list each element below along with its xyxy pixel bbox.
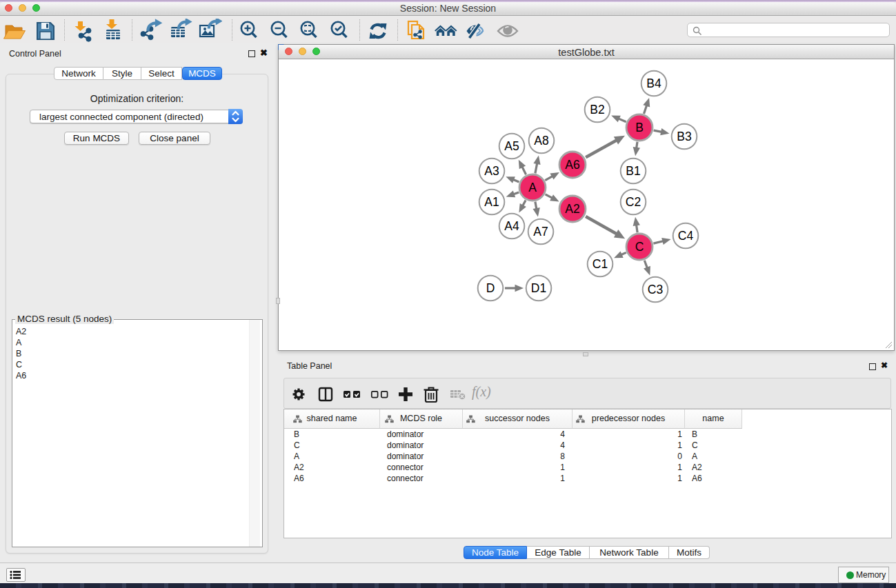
svg-text:C2: C2: [626, 195, 641, 209]
svg-text:D: D: [486, 281, 495, 295]
svg-text:B2: B2: [590, 103, 604, 116]
svg-text:C3: C3: [648, 283, 663, 296]
svg-text:B4: B4: [646, 77, 661, 90]
svg-text:B3: B3: [677, 130, 691, 143]
svg-text:A5: A5: [504, 139, 519, 153]
svg-text:B1: B1: [626, 164, 640, 178]
svg-text:C: C: [635, 240, 644, 254]
svg-text:A: A: [528, 181, 537, 194]
svg-text:B: B: [635, 121, 644, 134]
svg-text:D1: D1: [531, 281, 546, 295]
svg-text:A3: A3: [484, 164, 499, 178]
svg-text:A4: A4: [504, 219, 519, 233]
svg-text:A6: A6: [565, 158, 579, 172]
svg-text:A1: A1: [484, 195, 499, 209]
svg-text:A8: A8: [534, 134, 548, 148]
svg-text:C1: C1: [593, 257, 608, 271]
svg-text:A7: A7: [533, 225, 548, 239]
svg-text:A2: A2: [565, 202, 579, 216]
svg-text:C4: C4: [678, 229, 694, 243]
